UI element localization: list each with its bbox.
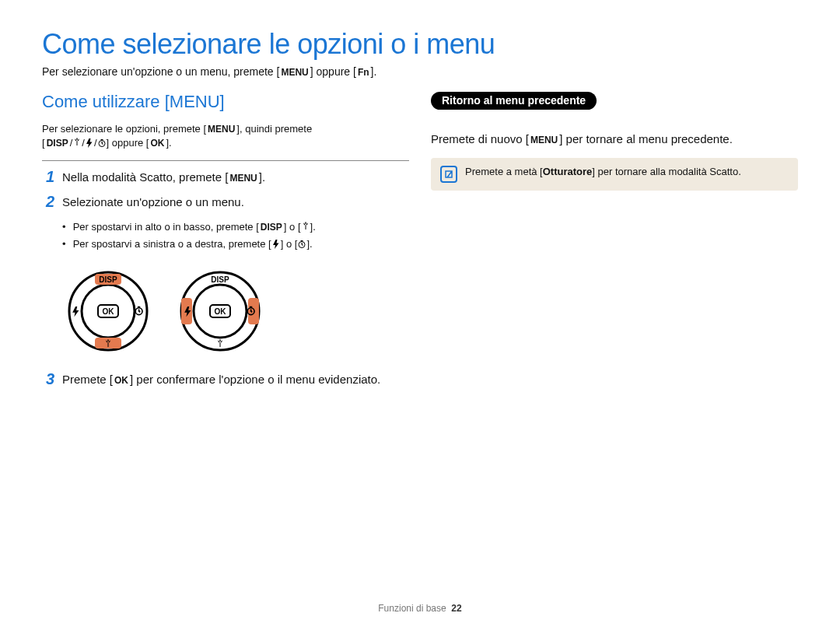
- page-title: Come selezionare le opzioni o i menu: [42, 28, 798, 61]
- bullet-2: • Per spostarvi a sinistra o a destra, p…: [62, 236, 409, 253]
- b1-mid: ] o [: [284, 221, 301, 233]
- step-3: 3 Premete [OK] per confermare l'opzione …: [42, 371, 409, 388]
- step-text: Nella modalità Scatto, premete [MENU].: [62, 169, 409, 186]
- right-column: Ritorno al menu precedente Premete di nu…: [431, 92, 798, 396]
- intro-pre: Per selezionare un'opzione o un menu, pr…: [42, 65, 279, 78]
- step-number: 3: [42, 371, 54, 387]
- b2-mid: ] o [: [281, 238, 298, 250]
- svg-text:DISP: DISP: [211, 275, 229, 284]
- svg-text:DISP: DISP: [99, 275, 117, 284]
- shutter-label: Otturatore: [543, 166, 593, 177]
- dial-disp-highlight: DISP OK: [65, 268, 151, 354]
- fn-label: Fn: [356, 67, 371, 78]
- sub2-end: ].: [166, 137, 171, 149]
- return-pre: Premete di nuovo [: [431, 132, 529, 145]
- note-text: Premete a metà [Otturatore] per tornare …: [465, 166, 741, 177]
- section-heading: Come utilizzare [MENU]: [42, 92, 409, 112]
- menu-label: MENU: [228, 172, 258, 185]
- sub-post: ], quindi premete: [236, 123, 312, 135]
- note-post: ] per tornare alla modalità Scatto.: [592, 166, 741, 177]
- ok-label: OK: [113, 374, 130, 387]
- section-subtext: Per selezionare le opzioni, premete [MEN…: [42, 122, 409, 150]
- intro-end: ].: [371, 65, 377, 78]
- step-list: 1 Nella modalità Scatto, premete [MENU].…: [42, 160, 409, 387]
- b1-pre: Per spostarvi in alto o in basso, premet…: [73, 221, 259, 233]
- svg-text:OK: OK: [215, 307, 227, 316]
- timer-icon: [297, 237, 306, 247]
- two-column-layout: Come utilizzare [MENU] Per selezionare l…: [42, 92, 798, 396]
- b2-pre: Per spostarvi a sinistra o a destra, pre…: [73, 238, 271, 250]
- note-icon: [440, 166, 457, 183]
- flash-icon: [271, 237, 281, 247]
- step1-post: ].: [259, 170, 265, 184]
- step-number: 2: [42, 194, 54, 209]
- intro-text: Per selezionare un'opzione o un menu, pr…: [42, 65, 798, 78]
- menu-label: MENU: [206, 123, 236, 136]
- flash-icon: [85, 138, 94, 147]
- ok-label: OK: [149, 137, 166, 150]
- bullet-1: • Per spostarvi in alto o in basso, prem…: [62, 219, 409, 236]
- step-text: Selezionate un'opzione o un menu.: [62, 194, 409, 211]
- return-text: Premete di nuovo [MENU] per tornare al m…: [431, 131, 798, 147]
- disp-label: DISP: [259, 219, 284, 235]
- dial-lr-highlight: DISP OK: [177, 268, 263, 354]
- sub-pre: Per selezionare le opzioni, premete [: [42, 123, 206, 135]
- step-2: 2 Selezionate un'opzione o un menu.: [42, 194, 409, 211]
- step-text: Premete [OK] per confermare l'opzione o …: [62, 371, 409, 388]
- note-box: Premete a metà [Otturatore] per tornare …: [431, 158, 798, 191]
- menu-label: MENU: [529, 134, 559, 147]
- dial-illustrations: DISP OK DISP: [65, 268, 409, 354]
- note-pre: Premete a metà [: [465, 166, 543, 177]
- b1-end: ].: [310, 221, 316, 233]
- b2-end: ].: [306, 238, 312, 250]
- step3-post: ] per confermare l'opzione o il menu evi…: [130, 373, 380, 386]
- tulip-icon: [301, 219, 310, 235]
- timer-icon: [97, 138, 107, 147]
- intro-mid: ] oppure [: [310, 65, 356, 78]
- return-heading-pill: Ritorno al menu precedente: [431, 92, 597, 110]
- step-1: 1 Nella modalità Scatto, premete [MENU].: [42, 169, 409, 186]
- disp-label: DISP: [45, 137, 70, 150]
- return-post: ] per tornare al menu precedente.: [559, 132, 733, 145]
- left-column: Come utilizzare [MENU] Per selezionare l…: [42, 92, 409, 396]
- step-number: 1: [42, 169, 54, 184]
- step1-pre: Nella modalità Scatto, premete [: [62, 170, 228, 184]
- footer-page: 22: [451, 603, 461, 614]
- menu-label: MENU: [279, 67, 310, 78]
- footer-section: Funzioni di base: [378, 603, 446, 614]
- step2-bullets: • Per spostarvi in alto o in basso, prem…: [62, 219, 409, 253]
- svg-rect-14: [248, 298, 259, 324]
- tulip-icon: [72, 137, 82, 150]
- step3-pre: Premete [: [62, 373, 113, 386]
- page-footer: Funzioni di base 22: [0, 603, 840, 614]
- svg-text:OK: OK: [103, 307, 115, 316]
- sub2-mid: ] oppure [: [107, 137, 149, 149]
